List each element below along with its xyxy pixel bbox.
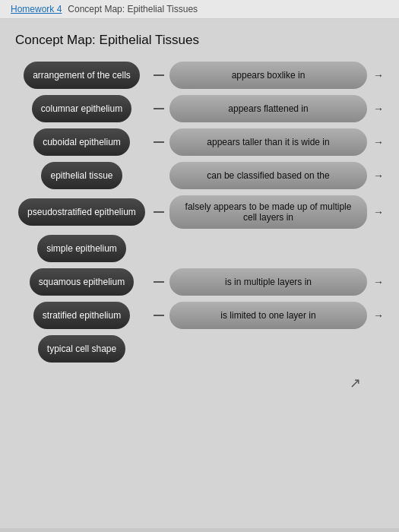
right-cell: can be classified based on the→ — [169, 162, 384, 189]
left-pill[interactable]: typical cell shape — [38, 335, 125, 363]
connector-dash — [154, 141, 164, 143]
concept-map: arrangement of the cellsappears boxlike … — [15, 62, 384, 369]
arrow-right-icon: → — [373, 276, 384, 288]
map-row: stratified epitheliumis limited to one l… — [15, 302, 384, 329]
left-cell: pseudostratified epithelium — [15, 198, 148, 226]
left-pill[interactable]: pseudostratified epithelium — [18, 198, 145, 226]
connector-cell — [148, 315, 169, 316]
cursor-area: ↖ — [15, 369, 384, 391]
arrow-right-icon: → — [373, 309, 384, 321]
left-cell: epithelial tissue — [15, 162, 148, 189]
left-cell: simple epithelium — [15, 235, 148, 262]
connector-cell — [148, 211, 169, 213]
right-cell: appears taller than it is wide in→ — [169, 128, 384, 156]
arrow-right-icon: → — [373, 103, 384, 115]
arrow-right-icon: → — [373, 206, 384, 218]
right-box[interactable]: appears flattened in — [169, 95, 367, 122]
left-pill[interactable]: columnar epithelium — [32, 95, 131, 122]
map-row: pseudostratified epitheliumfalsely appea… — [15, 195, 384, 229]
left-cell: squamous epithelium — [15, 268, 148, 296]
connector-cell — [148, 74, 169, 76]
connector-dash — [154, 315, 164, 316]
connector-dash — [154, 108, 164, 109]
map-row: cuboidal epitheliumappears taller than i… — [15, 128, 384, 156]
right-cell: appears flattened in→ — [169, 95, 384, 122]
breadcrumb-bar: Homework 4 Concept Map: Epithelial Tissu… — [0, 0, 399, 19]
map-row: squamous epitheliumis in multiple layers… — [15, 268, 384, 296]
right-box[interactable]: falsely appears to be made up of multipl… — [169, 195, 367, 229]
arrow-right-icon: → — [373, 169, 384, 182]
right-box[interactable]: is limited to one layer in — [169, 302, 367, 329]
arrow-right-icon: → — [373, 136, 384, 148]
connector-cell — [148, 141, 169, 143]
left-pill[interactable]: arrangement of the cells — [24, 62, 140, 89]
right-cell: is limited to one layer in→ — [169, 302, 384, 329]
breadcrumb-link[interactable]: Homework 4 — [11, 4, 62, 14]
connector-dash — [154, 281, 164, 283]
connector-cell — [148, 281, 169, 283]
map-row: simple epithelium — [15, 235, 384, 262]
connector-cell — [148, 108, 169, 109]
right-cell: is in multiple layers in→ — [169, 268, 384, 296]
left-cell: arrangement of the cells — [15, 62, 148, 89]
left-pill[interactable]: cuboidal epithelium — [33, 128, 130, 156]
map-row: epithelial tissuecan be classified based… — [15, 162, 384, 189]
arrow-right-icon: → — [373, 69, 384, 81]
left-pill[interactable]: stratified epithelium — [33, 302, 130, 329]
left-pill[interactable]: squamous epithelium — [30, 268, 134, 296]
connector-dash — [154, 211, 164, 213]
map-row: typical cell shape — [15, 335, 384, 363]
right-cell: falsely appears to be made up of multipl… — [169, 195, 384, 229]
right-cell: appears boxlike in→ — [169, 62, 384, 89]
left-cell: typical cell shape — [15, 335, 148, 363]
right-box[interactable]: appears boxlike in — [169, 62, 367, 89]
left-cell: stratified epithelium — [15, 302, 148, 329]
left-pill[interactable]: simple epithelium — [37, 235, 126, 262]
cursor-icon: ↖ — [350, 375, 361, 391]
map-row: arrangement of the cellsappears boxlike … — [15, 62, 384, 89]
left-pill[interactable]: epithelial tissue — [41, 162, 122, 189]
left-cell: columnar epithelium — [15, 95, 148, 122]
left-cell: cuboidal epithelium — [15, 128, 148, 156]
right-box[interactable]: appears taller than it is wide in — [169, 128, 367, 156]
breadcrumb-current: Concept Map: Epithelial Tissues — [68, 4, 198, 14]
page-title: Concept Map: Epithelial Tissues — [15, 33, 384, 48]
map-row: columnar epitheliumappears flattened in→ — [15, 95, 384, 122]
connector-dash — [154, 74, 164, 76]
right-box[interactable]: can be classified based on the — [169, 162, 367, 189]
right-box[interactable]: is in multiple layers in — [169, 268, 367, 296]
main-content: Concept Map: Epithelial Tissues arrangem… — [0, 19, 399, 528]
